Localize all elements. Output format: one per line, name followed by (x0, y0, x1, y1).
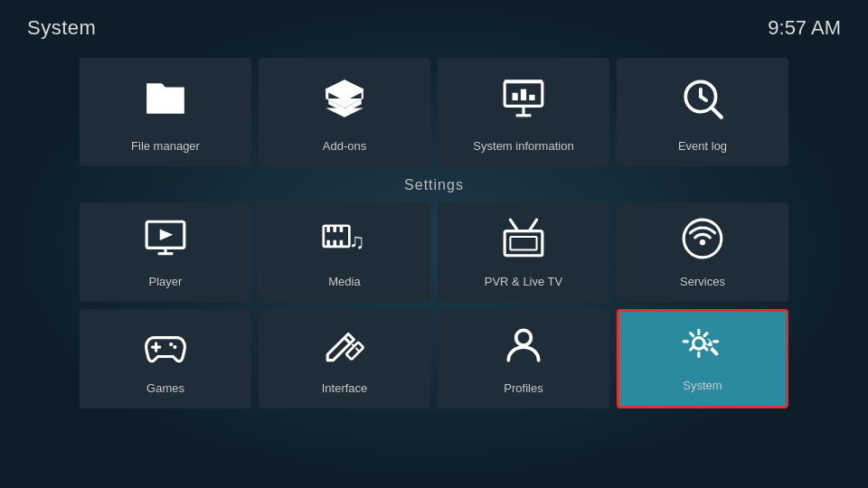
tv-antenna-icon (501, 202, 546, 275)
box-icon (322, 58, 367, 139)
film-music-icon: ♫ (322, 202, 367, 275)
svg-point-27 (684, 220, 722, 258)
page-title: System (27, 16, 96, 40)
folder-icon (143, 58, 188, 139)
top-tiles-row: File manager Add-ons (0, 49, 868, 177)
wifi-circle-icon (680, 202, 725, 275)
tile-add-ons[interactable]: Add-ons (259, 58, 430, 166)
tile-file-manager-label: File manager (131, 139, 200, 154)
tile-event-log-label: Event log (678, 139, 727, 154)
svg-point-32 (173, 345, 176, 349)
tile-player-label: Player (149, 275, 183, 289)
clock: 9:57 AM (768, 16, 841, 40)
tile-pvr-live-tv-label: PVR & Live TV (485, 275, 562, 289)
settings-grid: Player (54, 202, 814, 408)
settings-row-2: Games Int (54, 309, 814, 408)
tile-services[interactable]: Services (617, 202, 788, 302)
tile-system[interactable]: System (617, 309, 788, 408)
settings-row-1: Player (54, 202, 814, 302)
tile-event-log[interactable]: Event log (617, 58, 788, 166)
tile-file-manager[interactable]: File manager (80, 58, 251, 166)
tile-system-information-label: System information (473, 139, 573, 154)
svg-rect-16 (326, 226, 330, 232)
svg-rect-19 (326, 240, 330, 247)
tile-profiles[interactable]: Profiles (438, 309, 609, 408)
svg-rect-17 (334, 226, 337, 232)
svg-rect-3 (529, 95, 534, 100)
svg-line-25 (529, 220, 536, 231)
tile-interface[interactable]: Interface (259, 309, 430, 408)
gear-wrench-icon (680, 312, 725, 379)
settings-section: Settings Player (0, 177, 868, 408)
tile-interface-label: Interface (322, 381, 368, 396)
svg-point-28 (700, 239, 705, 245)
tile-games[interactable]: Games (80, 309, 251, 408)
header: System 9:57 AM (0, 0, 868, 49)
monitor-play-icon (143, 202, 188, 275)
tile-add-ons-label: Add-ons (323, 139, 366, 154)
person-icon (501, 309, 546, 381)
tile-games-label: Games (146, 381, 184, 396)
tile-media-label: Media (328, 275, 360, 289)
tile-services-label: Services (680, 275, 725, 289)
svg-rect-21 (340, 240, 344, 247)
tile-system-label: System (683, 379, 722, 393)
svg-point-37 (516, 331, 532, 346)
svg-rect-26 (510, 237, 536, 250)
tile-media[interactable]: ♫ Media (259, 202, 430, 302)
main-page: System 9:57 AM File manager Add-ons (0, 0, 868, 488)
svg-line-33 (344, 338, 350, 343)
svg-line-36 (356, 348, 359, 351)
gamepad-icon (143, 309, 188, 381)
svg-line-24 (510, 220, 517, 231)
presentation-icon (501, 58, 546, 139)
svg-text:♫: ♫ (349, 230, 364, 253)
clock-search-icon (680, 58, 725, 139)
tile-system-information[interactable]: System information (438, 58, 609, 166)
settings-heading: Settings (54, 177, 814, 193)
svg-marker-12 (160, 230, 174, 241)
svg-line-9 (701, 97, 706, 100)
svg-point-38 (693, 338, 705, 350)
svg-line-10 (712, 109, 721, 117)
svg-point-31 (169, 343, 173, 346)
svg-rect-18 (340, 226, 344, 232)
svg-rect-2 (521, 89, 526, 101)
tile-profiles-label: Profiles (504, 381, 542, 396)
tile-pvr-live-tv[interactable]: PVR & Live TV (438, 202, 609, 302)
tile-player[interactable]: Player (80, 202, 251, 302)
pencil-ruler-icon (322, 309, 367, 381)
svg-rect-20 (334, 240, 337, 247)
svg-rect-1 (513, 93, 518, 100)
